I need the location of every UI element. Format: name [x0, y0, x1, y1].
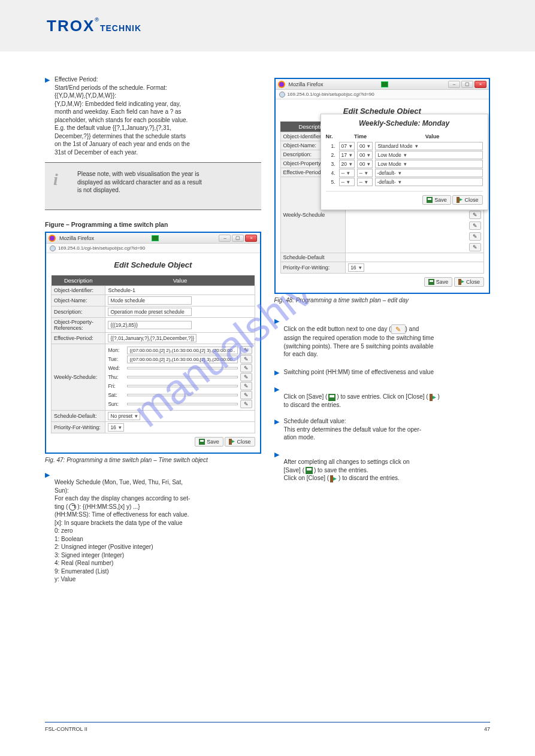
pfw-select[interactable]: 16 [348, 263, 364, 272]
edit-day-button[interactable]: ✎ [240, 364, 252, 372]
row-weekly-schedule-value: Mon:{(07:00:00.00,[2] 2),(16:30:00.00,[2… [105, 344, 255, 411]
firefox-icon [49, 235, 56, 242]
edit-day-button[interactable]: ✎ [469, 232, 481, 241]
edit-day-button[interactable]: ✎ [240, 400, 252, 408]
dialog-title: Edit Schedule Object [51, 260, 255, 269]
figure-heading: Figure – Programming a time switch plan [45, 221, 261, 228]
popup-row: 5.-----default- [326, 178, 483, 186]
note-text: Please note, with web visualisation the … [77, 170, 253, 195]
popup-close-button[interactable]: Close [452, 195, 482, 205]
minute-select[interactable]: -- [357, 178, 373, 186]
value-select[interactable]: Standard Mode [375, 142, 482, 150]
hour-select[interactable]: -- [339, 178, 355, 186]
day-mon-input[interactable]: {(07:00:00.00,[2] 2),(16:30:00.00,[2] 3)… [127, 347, 237, 354]
bullet-final-save: ▶ After completing all changes to settin… [274, 450, 491, 482]
logo-reg: ® [95, 17, 100, 23]
triangle-icon: ▶ [274, 385, 279, 409]
minute-select[interactable]: 00 [357, 160, 373, 168]
url-bar[interactable]: 169.254.0.1/cgi-bin/setupobjsc.cgi?id=90 [46, 244, 260, 253]
hour-select[interactable]: 20 [339, 160, 355, 168]
url-bar[interactable]: 169.254.0.1/cgi-bin/setupobjsc.cgi?id=90 [276, 90, 489, 99]
minimize-button[interactable]: – [448, 81, 460, 88]
row-object-identifier-label: Object-Identifier: [52, 286, 105, 295]
day-fri-input[interactable] [127, 385, 237, 387]
maximize-button[interactable]: ▢ [461, 81, 473, 88]
effective-period-input[interactable]: {{?,01,January,?},{?,31,December,?}} [108, 334, 197, 342]
footer-page-number: 47 [484, 726, 490, 732]
edit-day-button[interactable]: ✎ [240, 346, 252, 354]
bullet-text: Click on the edit button next to one day… [284, 317, 491, 359]
close-button[interactable]: Close [454, 277, 484, 287]
row-weekly-schedule-label: Weekly-Schedule: [52, 344, 105, 411]
opr-input[interactable]: (((19,2),85)) [108, 321, 192, 329]
bullet-weekly-schedule: ▶ Weekly Schedule (Mon, Tue, Wed, Thu, F… [45, 470, 261, 584]
save-icon [199, 439, 205, 445]
edit-day-button[interactable]: ✎ [469, 243, 481, 251]
note-box: i Please note, with web visualisation th… [45, 162, 261, 210]
left-column: ▶ Effective Period: Start/End periods of… [45, 75, 261, 586]
day-sun-input[interactable] [127, 403, 237, 405]
triangle-icon: ▶ [274, 317, 279, 359]
day-label: Tue: [108, 356, 125, 362]
day-label: Thu: [108, 374, 125, 380]
pfw-select[interactable]: 16 [108, 423, 123, 432]
minimize-button[interactable]: – [219, 235, 231, 242]
close-icon [229, 439, 235, 445]
figure-48-caption: Fig. 48: Programming a time switch plan … [274, 296, 491, 305]
edit-button-icon [391, 324, 406, 334]
close-window-button[interactable]: × [474, 81, 486, 88]
edit-day-button[interactable]: ✎ [240, 391, 252, 399]
screenshot-edit-schedule-2: Mozilla Firefox – ▢ × 169.254.0.1/cgi-bi… [274, 78, 491, 294]
row-number: 5. [326, 179, 337, 185]
popup-row: 4.-----default- [326, 169, 483, 177]
minute-select[interactable]: -- [357, 169, 373, 177]
save-icon [328, 394, 335, 401]
hour-select[interactable]: 07 [339, 142, 355, 150]
row-pfw-label: Priority-For-Writing: [280, 262, 346, 274]
popup-save-button[interactable]: Save [422, 195, 451, 205]
day-thu-input[interactable] [127, 376, 237, 378]
edit-day-button[interactable]: ✎ [240, 355, 252, 363]
hour-select[interactable]: -- [339, 169, 355, 177]
edit-day-button[interactable]: ✎ [240, 373, 252, 381]
day-wed-input[interactable] [127, 367, 237, 369]
edit-day-button[interactable]: ✎ [469, 221, 481, 230]
hour-select[interactable]: 17 [339, 151, 355, 159]
url-text: 169.254.0.1/cgi-bin/setupobjsc.cgi?id=90 [288, 92, 374, 97]
clock-icon [69, 503, 76, 511]
close-window-button[interactable]: × [245, 235, 257, 242]
close-icon [457, 197, 463, 203]
object-name-input[interactable]: Mode schedule [108, 296, 192, 305]
value-select[interactable]: Low Mode [375, 160, 482, 168]
save-button[interactable]: Save [195, 437, 223, 447]
popup-row: 1.0700Standard Mode [326, 142, 483, 150]
value-select[interactable]: -default- [375, 178, 483, 186]
save-icon [306, 467, 313, 474]
minute-select[interactable]: 00 [357, 151, 373, 159]
weekly-schedule-popup: Weekly-Schedule: Monday Nr. Time Value 1… [321, 114, 488, 210]
value-select[interactable]: -default- [375, 169, 483, 177]
window-title: Mozilla Firefox [289, 81, 324, 87]
row-number: 2. [326, 152, 337, 158]
description-input[interactable]: Operation mode preset schedule [108, 308, 192, 316]
schedule-form-table: DescriptionValue Object-Identifier:Sched… [51, 275, 255, 433]
screenshot-edit-schedule-1: Mozilla Firefox – ▢ × 169.254.0.1/cgi-bi… [45, 232, 261, 454]
day-tue-input[interactable]: {(07:00:00.00,[2] 2),(16:30:00.00,[2] 3)… [127, 356, 237, 363]
value-select[interactable]: Low Mode [375, 151, 482, 159]
save-button[interactable]: Save [424, 277, 453, 287]
day-label: Sun: [108, 401, 125, 407]
popup-row: 2.1700Low Mode [326, 151, 483, 159]
day-sat-input[interactable] [127, 394, 237, 396]
info-icon: i [53, 170, 58, 189]
edit-day-button[interactable]: ✎ [240, 382, 252, 390]
footer-left: FSL-CONTROL II [45, 726, 87, 732]
bullet-text: Click on [Save] () to save entries. Clic… [284, 385, 491, 409]
minute-select[interactable]: 00 [357, 142, 373, 150]
bullet-text: Switching point (HH:MM) time of effectiv… [284, 368, 491, 377]
edit-day-button[interactable]: ✎ [469, 211, 481, 219]
schedule-default-select[interactable]: No preset [108, 412, 140, 420]
close-button[interactable]: Close [225, 437, 255, 447]
maximize-button[interactable]: ▢ [232, 235, 244, 242]
row-number: 3. [326, 161, 337, 167]
header-band: TROX®TECHNIK [0, 0, 535, 51]
